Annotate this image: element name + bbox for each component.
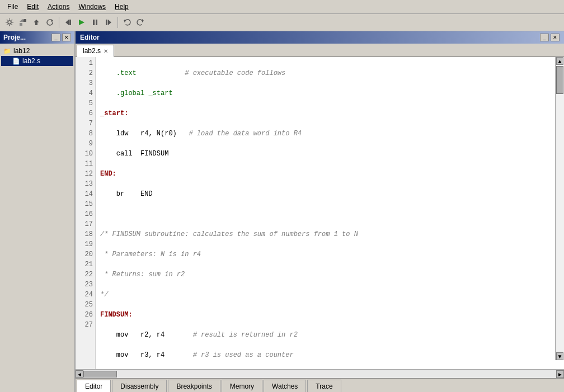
line-num-16: 16 <box>76 209 95 219</box>
tree-item-lab12[interactable]: 📁 lab12 <box>1 46 73 56</box>
build-icon <box>18 18 27 27</box>
menu-file[interactable]: File <box>3 2 22 12</box>
toolbar-sep-1 <box>59 17 59 28</box>
code-line-5: call FINDSUM <box>100 149 560 159</box>
code-line-13: FINDSUM: <box>100 310 560 320</box>
step-back-button[interactable] <box>62 16 74 29</box>
svg-rect-3 <box>24 19 26 22</box>
menu-actions[interactable]: Actions <box>43 2 74 12</box>
redo-icon <box>136 18 145 27</box>
svg-marker-5 <box>51 19 53 22</box>
tab-memory[interactable]: Memory <box>222 380 262 392</box>
tab-disassembly[interactable]: Disassembly <box>112 380 167 392</box>
line-num-2: 2 <box>76 68 95 78</box>
menu-edit[interactable]: Edit <box>22 2 43 12</box>
reload-button[interactable] <box>44 16 56 29</box>
editor-close-button[interactable]: ✕ <box>551 34 560 41</box>
build-button[interactable] <box>17 16 29 29</box>
undo-icon <box>123 18 131 27</box>
line-num-22: 22 <box>76 270 95 280</box>
menu-bar: File Edit Actions Windows Help <box>0 0 564 14</box>
scroll-left-btn[interactable]: ◄ <box>76 370 83 378</box>
line-num-4: 4 <box>76 88 95 98</box>
tab-close-icon[interactable]: ✕ <box>104 48 108 54</box>
scrollbar-up-btn[interactable]: ▲ <box>556 57 563 65</box>
svg-rect-12 <box>106 20 107 25</box>
svg-rect-10 <box>96 20 97 25</box>
menu-windows[interactable]: Windows <box>74 2 110 12</box>
tab-bar: lab2.s ✕ <box>76 44 564 57</box>
tab-trace[interactable]: Trace <box>307 380 341 392</box>
line-num-19: 19 <box>76 239 95 249</box>
run-button[interactable] <box>76 16 88 29</box>
step-back-icon <box>64 18 73 27</box>
svg-rect-9 <box>93 20 95 25</box>
scrollbar-down-btn[interactable]: ▼ <box>556 352 563 360</box>
editor-title-controls: _ ✕ <box>540 34 560 41</box>
svg-rect-1 <box>20 23 22 26</box>
vertical-scrollbar[interactable]: ▲ ▼ <box>555 57 564 360</box>
redo-button[interactable] <box>134 16 147 29</box>
svg-rect-7 <box>69 20 71 25</box>
scrollbar-thumb-v[interactable] <box>556 66 563 94</box>
pause-icon <box>91 18 100 27</box>
svg-marker-4 <box>34 20 39 25</box>
reload-icon <box>45 18 54 27</box>
pause-button[interactable] <box>89 16 101 29</box>
code-content[interactable]: .text # executable code follows .global … <box>96 57 564 369</box>
code-line-4: ldw r4, N(r0) # load the data word into … <box>100 129 560 139</box>
code-line-3: _start: <box>100 108 560 119</box>
editor-title-bar: Editor _ ✕ <box>76 31 564 44</box>
project-panel: Proje... _ ✕ 📁 lab12 📄 lab2.s <box>0 31 76 392</box>
menu-help[interactable]: Help <box>110 2 133 12</box>
line-num-27: 27 <box>76 320 95 330</box>
code-line-11: * Returns: sum in r2 <box>100 270 560 280</box>
bottom-tab-bar: Editor Disassembly Breakpoints Memory Wa… <box>76 378 564 392</box>
editor-title: Editor <box>80 34 100 41</box>
project-title-bar: Proje... _ ✕ <box>0 31 74 44</box>
line-num-14: 14 <box>76 189 95 199</box>
code-area[interactable]: 1 2 3 4 5 6 7 8 9 10 11 12 13 14 15 16 1… <box>76 57 564 369</box>
editor-minimize-button[interactable]: _ <box>540 34 549 41</box>
horizontal-scrollbar[interactable]: ◄ ► <box>76 369 564 378</box>
code-line-14: mov r2, r4 # result is returned in r2 <box>100 330 560 340</box>
tree-folder-label: lab12 <box>13 47 30 55</box>
project-title: Proje... <box>3 34 26 41</box>
h-scrollbar-track[interactable] <box>83 370 556 378</box>
project-close-button[interactable]: ✕ <box>62 34 71 41</box>
tree-item-lab2s[interactable]: 📄 lab2.s <box>1 56 73 66</box>
step-fwd-icon <box>104 18 113 27</box>
step-fwd-button[interactable] <box>102 16 115 29</box>
code-line-2: .global _start <box>100 88 560 98</box>
code-line-7: br END <box>100 189 560 199</box>
line-numbers: 1 2 3 4 5 6 7 8 9 10 11 12 13 14 15 16 1… <box>76 57 96 369</box>
tree-file-label: lab2.s <box>22 57 40 65</box>
undo-button[interactable] <box>121 16 133 29</box>
svg-marker-6 <box>65 20 69 25</box>
tab-lab2s[interactable]: lab2.s ✕ <box>77 45 114 57</box>
project-minimize-button[interactable]: _ <box>51 34 60 41</box>
h-scrollbar-thumb[interactable] <box>83 371 117 377</box>
code-line-1: .text # executable code follows <box>100 68 560 78</box>
tab-watches[interactable]: Watches <box>264 380 306 392</box>
run-icon <box>77 18 86 27</box>
code-line-8 <box>100 209 560 219</box>
load-button[interactable] <box>30 16 43 29</box>
line-num-21: 21 <box>76 259 95 270</box>
tab-breakpoints[interactable]: Breakpoints <box>168 380 220 392</box>
line-num-17: 17 <box>76 219 95 229</box>
line-num-18: 18 <box>76 229 95 239</box>
tab-editor[interactable]: Editor <box>77 380 111 392</box>
scroll-right-btn[interactable]: ► <box>556 370 564 378</box>
load-icon <box>32 18 41 27</box>
line-num-13: 13 <box>76 179 95 189</box>
code-line-9: /* FINDSUM subroutine: calculates the su… <box>100 229 560 239</box>
svg-marker-11 <box>108 20 111 25</box>
line-num-3: 3 <box>76 78 95 88</box>
line-num-1: 1 <box>76 58 95 68</box>
code-line-15: mov r3, r4 # r3 is used as a counter <box>100 350 560 360</box>
line-num-25: 25 <box>76 300 95 310</box>
settings-button[interactable] <box>3 16 16 29</box>
line-num-12: 12 <box>76 169 95 179</box>
toolbar-sep-2 <box>118 17 118 28</box>
